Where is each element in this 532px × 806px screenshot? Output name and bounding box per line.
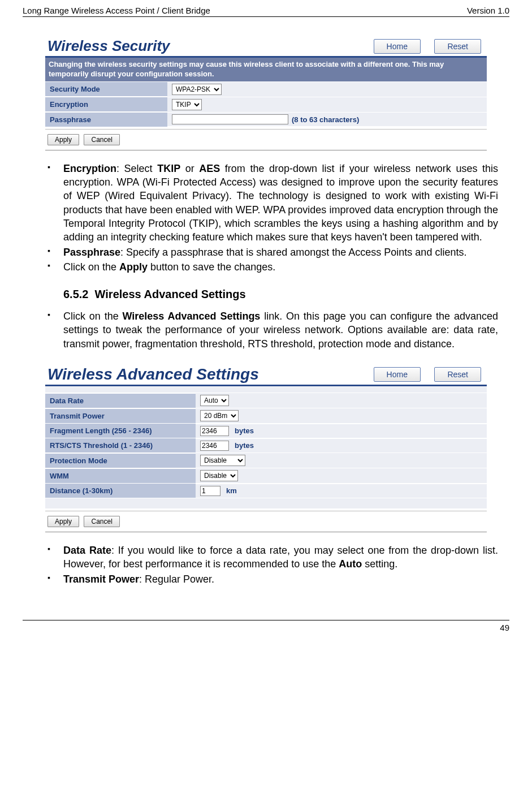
page-footer: 49 (23, 620, 509, 635)
list-item: Click on the Wireless Advanced Settings … (40, 309, 498, 351)
home-button[interactable]: Home (374, 367, 421, 382)
wireless-advanced-panel: Wireless Advanced Settings Home Reset Da… (45, 362, 487, 532)
rts-threshold-input[interactable] (200, 441, 229, 451)
apply-button[interactable]: Apply (47, 134, 79, 145)
list-item: Encryption: Select TKIP or AES from the … (40, 162, 498, 244)
unit-label: km (226, 486, 237, 495)
list-item: Data Rate: If you would like to force a … (40, 544, 498, 571)
apply-button[interactable]: Apply (47, 516, 79, 527)
data-rate-label: Data Rate (45, 394, 196, 408)
cancel-button[interactable]: Cancel (84, 516, 119, 527)
distance-label: Distance (1-30km) (45, 484, 196, 498)
wmm-label: WMM (45, 469, 196, 483)
panel-title: Wireless Advanced Settings (47, 365, 259, 383)
doc-title: Long Range Wireless Access Point / Clien… (23, 6, 210, 15)
list-item: Transmit Power: Regular Power. (40, 572, 498, 586)
protection-mode-select[interactable]: Disable (200, 455, 245, 466)
panel-title: Wireless Security (47, 37, 170, 55)
fragment-length-input[interactable] (200, 426, 229, 436)
unit-label: bytes (235, 441, 254, 450)
distance-input[interactable] (200, 486, 220, 496)
list-item: Passphrase: Specify a passphrase that is… (40, 245, 498, 259)
cancel-button[interactable]: Cancel (84, 134, 119, 145)
passphrase-hint: (8 to 63 characters) (292, 115, 359, 124)
home-button[interactable]: Home (374, 39, 421, 54)
passphrase-label: Passphrase (45, 113, 167, 127)
wireless-security-panel: Wireless Security Home Reset Changing th… (45, 34, 487, 150)
fragment-length-label: Fragment Length (256 - 2346) (45, 424, 196, 438)
list-item: Click on the Apply button to save the ch… (40, 260, 498, 274)
info-message: Changing the wireless security settings … (45, 58, 487, 81)
unit-label: bytes (235, 426, 254, 435)
page-header: Long Range Wireless Access Point / Clien… (23, 6, 509, 17)
data-rate-select[interactable]: Auto (200, 395, 229, 406)
security-mode-select[interactable]: WPA2-PSK (172, 84, 222, 95)
page-number: 49 (500, 623, 509, 632)
transmit-power-select[interactable]: 20 dBm (200, 410, 239, 421)
reset-button[interactable]: Reset (434, 39, 481, 54)
encryption-label: Encryption (45, 97, 167, 111)
protection-mode-label: Protection Mode (45, 454, 196, 468)
section-heading: 6.5.2 Wireless Advanced Settings (63, 288, 498, 301)
security-mode-label: Security Mode (45, 82, 167, 96)
wmm-select[interactable]: Disable (200, 470, 238, 481)
passphrase-input[interactable] (172, 114, 288, 124)
transmit-power-label: Transmit Power (45, 409, 196, 423)
doc-version: Version 1.0 (467, 6, 509, 15)
rts-threshold-label: RTS/CTS Threshold (1 - 2346) (45, 438, 196, 452)
reset-button[interactable]: Reset (434, 367, 481, 382)
encryption-select[interactable]: TKIP (172, 99, 202, 110)
